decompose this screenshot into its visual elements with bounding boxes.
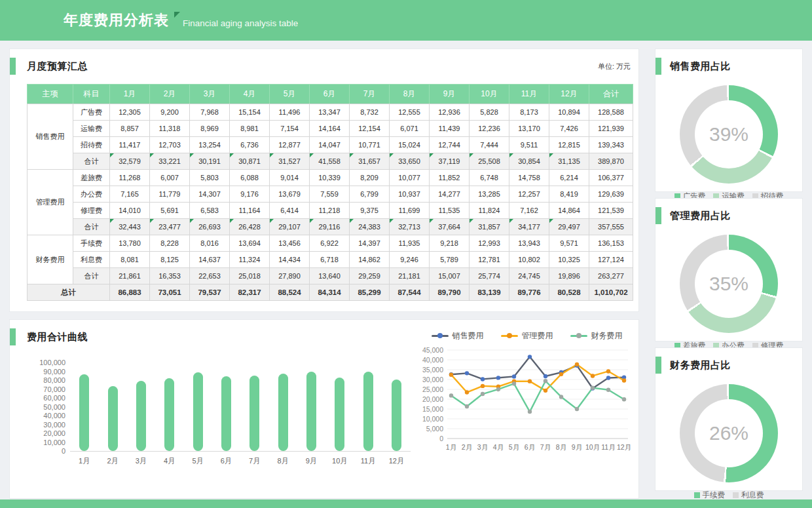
section-accent-bar xyxy=(10,328,16,345)
value-cell: 14,164 xyxy=(310,121,350,137)
budget-section-title: 月度预算汇总 xyxy=(27,60,88,73)
x-axis-label: 12月 xyxy=(382,456,411,466)
value-cell: 23,477 xyxy=(150,219,190,235)
legend-swatch-icon xyxy=(733,492,739,498)
y-axis-label: 0 xyxy=(439,435,443,442)
value-cell: 25,018 xyxy=(230,268,270,284)
y-axis-label: 25,000 xyxy=(422,385,443,393)
value-cell: 29,116 xyxy=(310,219,350,235)
value-cell: 11,852 xyxy=(430,170,470,186)
row-label: 手续费 xyxy=(73,235,110,252)
value-cell: 27,890 xyxy=(270,268,310,284)
value-cell: 11,324 xyxy=(230,252,270,268)
table-row: 办公费7,16511,77914,3079,17613,6797,5596,79… xyxy=(28,186,633,203)
value-cell: 11,535 xyxy=(430,203,470,219)
group-label: 管理费用 xyxy=(28,170,73,235)
value-cell: 11,496 xyxy=(270,104,310,121)
x-axis-label: 1月 xyxy=(446,443,456,451)
donut-legend-item: 利息费 xyxy=(733,490,764,500)
value-cell: 14,277 xyxy=(430,186,470,203)
bar xyxy=(363,372,373,451)
y-axis-label: 20,000 xyxy=(422,395,443,403)
x-axis-label: 4月 xyxy=(493,443,504,451)
column-header: 4月 xyxy=(230,85,270,104)
line-chart: 销售费用管理费用财务费用 05,00010,00015,00020,00025,… xyxy=(417,329,637,493)
y-axis-label: 30,000 xyxy=(422,376,443,383)
value-cell: 129,639 xyxy=(589,186,633,203)
x-axis-label: 9月 xyxy=(572,443,582,451)
group-label: 财务费用 xyxy=(28,235,73,284)
data-point xyxy=(544,374,547,378)
column-header: 3月 xyxy=(190,85,230,104)
table-row: 修理费14,0105,6916,58311,1646,41411,2189,37… xyxy=(28,203,633,219)
x-axis-label: 2月 xyxy=(462,443,472,451)
value-cell: 11,439 xyxy=(430,121,470,137)
value-cell: 14,397 xyxy=(350,235,390,252)
value-cell: 12,936 xyxy=(430,104,470,121)
sales-ratio-card: 销售费用占比 39% 广告费运输费招待费 xyxy=(655,49,803,192)
value-cell: 12,555 xyxy=(390,104,430,121)
grand-total-cell: 85,299 xyxy=(350,284,390,301)
value-cell: 11,699 xyxy=(390,203,430,219)
data-point xyxy=(465,390,469,394)
value-cell: 9,375 xyxy=(350,203,390,219)
donut-section-header: 财务费用占比 xyxy=(655,348,802,374)
value-cell: 14,864 xyxy=(549,203,589,219)
legend-label: 财务费用 xyxy=(591,330,623,342)
value-cell: 9,571 xyxy=(549,235,589,252)
y-axis-label: 45,000 xyxy=(422,346,443,354)
x-axis-label: 10月 xyxy=(325,456,354,466)
data-point xyxy=(606,369,610,373)
value-cell: 9,176 xyxy=(230,186,270,203)
value-cell: 10,077 xyxy=(390,170,430,186)
data-point xyxy=(512,374,516,378)
page-title: 年度费用分析表 xyxy=(64,10,169,30)
data-point xyxy=(481,384,485,388)
x-axis-label: 5月 xyxy=(509,443,519,451)
x-axis-label: 12月 xyxy=(617,443,631,451)
x-axis-label: 3月 xyxy=(477,443,488,451)
row-label: 运输费 xyxy=(73,121,110,137)
bar-chart: 100,00090,00080,00070,00060,00050,00040,… xyxy=(29,356,422,490)
column-header: 7月 xyxy=(350,85,390,104)
finance-ratio-card: 财务费用占比 26% 手续费利息费 xyxy=(655,347,803,491)
value-cell: 8,209 xyxy=(350,170,390,186)
value-cell: 8,857 xyxy=(110,121,150,137)
y-axis-label: 15,000 xyxy=(422,405,443,413)
curve-card: 费用合计曲线 100,00090,00080,00070,00060,00050… xyxy=(9,319,639,499)
column-header: 6月 xyxy=(310,85,350,104)
value-cell: 10,325 xyxy=(549,252,589,268)
value-cell: 14,758 xyxy=(509,170,549,186)
value-cell: 7,162 xyxy=(509,203,549,219)
row-label: 办公费 xyxy=(73,186,110,203)
value-cell: 5,691 xyxy=(150,203,190,219)
table-row: 管理费用差旅费11,2686,0075,8036,0889,01410,3398… xyxy=(28,170,633,186)
value-cell: 9,511 xyxy=(509,137,549,153)
donut-ring: 26% xyxy=(680,384,778,482)
value-cell: 263,277 xyxy=(589,268,633,284)
bar xyxy=(136,381,146,451)
value-cell: 8,228 xyxy=(150,235,190,252)
value-cell: 31,135 xyxy=(549,153,589,170)
value-cell: 33,650 xyxy=(390,153,430,170)
unit-label: 单位: 万元 xyxy=(598,62,631,71)
data-point xyxy=(465,404,469,408)
data-point xyxy=(622,378,626,382)
bar xyxy=(278,374,288,451)
value-cell: 32,443 xyxy=(110,219,150,235)
x-axis-label: 8月 xyxy=(556,443,566,451)
value-cell: 29,497 xyxy=(549,219,589,235)
value-cell: 8,981 xyxy=(230,121,270,137)
subtotal-row: 合计32,57933,22130,19130,87131,52741,55831… xyxy=(28,153,633,170)
value-cell: 127,124 xyxy=(589,252,633,268)
bar xyxy=(249,376,259,451)
value-cell: 12,781 xyxy=(470,252,509,268)
table-row: 财务费用手续费13,7808,2288,01613,69413,4566,922… xyxy=(28,235,633,252)
budget-section-header: 月度预算汇总 单位: 万元 xyxy=(10,49,638,75)
data-point xyxy=(465,371,469,375)
column-header: 1月 xyxy=(110,85,150,104)
data-point xyxy=(559,395,563,399)
bar xyxy=(306,372,316,451)
value-cell: 10,937 xyxy=(390,186,430,203)
value-cell: 6,736 xyxy=(230,137,270,153)
